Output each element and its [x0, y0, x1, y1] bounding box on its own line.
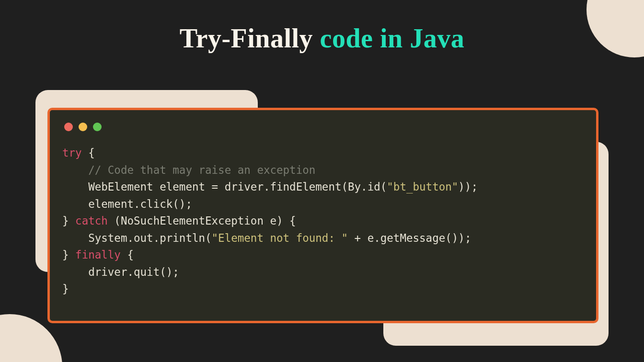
- minimize-icon: [79, 123, 87, 131]
- code-line: }: [62, 281, 586, 298]
- code-line: WebElement element = driver.findElement(…: [62, 179, 586, 196]
- maximize-icon: [93, 123, 102, 131]
- code-block: try { // Code that may raise an exceptio…: [62, 145, 586, 298]
- title-part2: code in Java: [320, 23, 465, 53]
- title-part1: Try-Finally: [180, 23, 320, 53]
- window-traffic-lights: [64, 123, 586, 131]
- page-title: Try-Finally code in Java: [0, 23, 644, 54]
- code-line: } finally {: [62, 247, 586, 264]
- code-line: element.click();: [62, 196, 586, 213]
- code-line: try {: [62, 145, 586, 162]
- code-line: // Code that may raise an exception: [62, 162, 586, 179]
- code-line: System.out.println("Element not found: "…: [62, 230, 586, 247]
- code-line: driver.quit();: [62, 264, 586, 281]
- code-line: } catch (NoSuchElementException e) {: [62, 213, 586, 230]
- code-window: try { // Code that may raise an exceptio…: [47, 108, 598, 323]
- close-icon: [64, 123, 73, 131]
